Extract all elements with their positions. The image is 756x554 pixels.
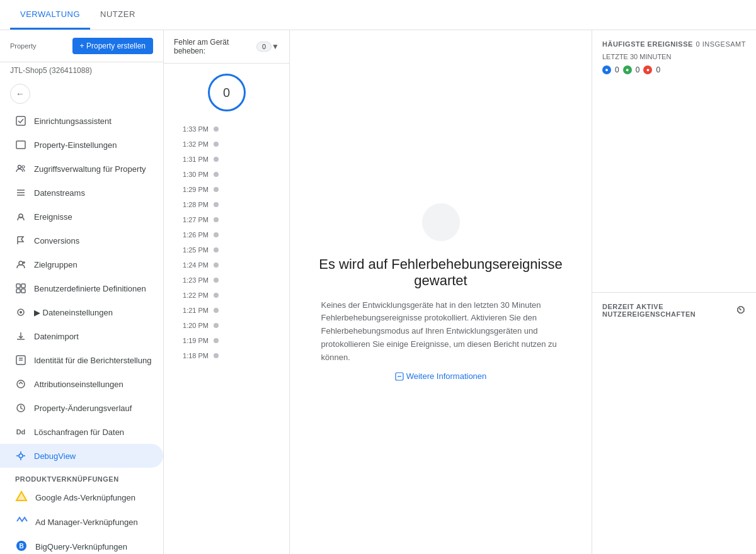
timeline-entry: 1:32 PM [164, 137, 289, 152]
sidebar-item-dateneinstellungen[interactable]: ▶ Dateneinstellungen [0, 300, 163, 324]
svg-point-16 [20, 311, 22, 314]
check-icon [15, 115, 26, 127]
history-icon [15, 402, 26, 414]
bigquery-icon: B [15, 540, 28, 554]
sidebar-item-label: Datenimport [34, 332, 79, 341]
error-count-badge: 0 [256, 42, 272, 52]
svg-rect-12 [21, 284, 25, 288]
sidebar-item-zugriffsverwaltung[interactable]: Zugriffsverwaltung für Property [0, 157, 163, 181]
sidebar-item-loeschanfragen[interactable]: Dd Löschanfragen für Daten [0, 420, 163, 444]
timeline-dot [214, 323, 219, 328]
audiences-icon [15, 259, 26, 270]
sidebar-item-label: Google Ads-Verknüpfungen [35, 493, 135, 502]
sidebar-item-einrichtungsassistent[interactable]: Einrichtungsassistent [0, 109, 163, 133]
sidebar-item-ereignisse[interactable]: Ereignisse [0, 205, 163, 229]
events-total-count: 0 INSGESAMT [696, 40, 746, 48]
sidebar-item-identitaet[interactable]: Identität für die Berichterstellung [0, 348, 163, 372]
sidebar-header: Property + Property erstellen [0, 30, 163, 62]
counter-circle: 0 [208, 74, 246, 111]
blue-count: 0 [615, 65, 619, 74]
timeline-dot [214, 172, 219, 177]
identity-icon [15, 354, 26, 366]
timeline-dot [214, 232, 219, 237]
timeline-entry: 1:23 PM [164, 273, 289, 288]
sidebar-item-datenimport[interactable]: Datenimport [0, 324, 163, 348]
timeline-entry: 1:33 PM [164, 122, 289, 137]
google-ads-icon [15, 490, 28, 505]
debug-more-info-link[interactable]: Weitere Informationen [395, 371, 487, 381]
timeline-entry: 1:25 PM [164, 242, 289, 257]
timeline-dot [214, 353, 219, 358]
back-button[interactable]: ← [10, 84, 30, 104]
timeline-time: 1:20 PM [174, 322, 209, 329]
sidebar-item-ad-manager[interactable]: Ad Manager-Verknüpfungen [0, 510, 163, 534]
top-navigation: VERWALTUNG NUTZER [0, 0, 756, 30]
product-links-section-label: PRODUKTVERKNÜPFUNGEN [0, 468, 163, 485]
timeline-time: 1:18 PM [174, 352, 209, 359]
timeline-time: 1:22 PM [174, 291, 209, 299]
svg-rect-1 [16, 141, 25, 149]
sidebar-item-property-aenderungsverlauf[interactable]: Property-Änderungsverlauf [0, 396, 163, 420]
sidebar-item-conversions[interactable]: Conversions [0, 229, 163, 252]
sidebar-item-zielgruppen[interactable]: Zielgruppen [0, 252, 163, 276]
sidebar-item-label: Conversions [34, 236, 79, 246]
timeline-time: 1:27 PM [174, 216, 209, 223]
timeline-time: 1:33 PM [174, 125, 209, 133]
timeline-dot [214, 202, 219, 207]
main-layout: Property + Property erstellen JTL-Shop5 … [0, 30, 756, 554]
sidebar-item-property-einstellungen[interactable]: Property-Einstellungen [0, 133, 163, 157]
user-properties-title: DERZEIT AKTIVE NUTZEREIGENSCHAFTEN ⏲ [602, 303, 746, 318]
timeline-time: 1:19 PM [174, 337, 209, 344]
sidebar-item-label: Property-Einstellungen [34, 140, 117, 150]
timeline-dot [214, 293, 219, 298]
timeline-dropdown[interactable]: ▼ [272, 42, 279, 51]
sidebar-item-label: Identität für die Berichterstellung [34, 356, 151, 365]
sidebar: Property + Property erstellen JTL-Shop5 … [0, 30, 164, 554]
create-property-button[interactable]: + Property erstellen [72, 38, 153, 54]
sidebar-item-label: Ereignisse [34, 212, 72, 222]
status-row: ● 0 ● 0 ● 0 [602, 65, 746, 74]
user-properties-section: DERZEIT AKTIVE NUTZEREIGENSCHAFTEN ⏲ [592, 293, 756, 555]
timeline-entry: 1:27 PM [164, 212, 289, 227]
timeline-entry: 1:31 PM [164, 152, 289, 167]
events-icon [15, 211, 26, 222]
events-section-sub: LETZTE 30 MINUTEN [602, 53, 746, 60]
timeline-entry: 1:26 PM [164, 227, 289, 242]
users-icon [15, 163, 26, 174]
timeline-time: 1:25 PM [174, 246, 209, 254]
sidebar-back-row: ← [0, 79, 163, 109]
timeline-entry: 1:30 PM [164, 167, 289, 182]
debug-icon [15, 450, 26, 461]
blue-status-dot: ● [602, 65, 611, 74]
user-properties-history-icon[interactable]: ⏲ [736, 305, 747, 316]
timeline-time: 1:23 PM [174, 276, 209, 284]
sidebar-item-label: Einrichtungsassistent [34, 116, 112, 126]
svg-marker-28 [16, 492, 26, 500]
sidebar-item-bigquery[interactable]: B BigQuery-Verknüpfungen [0, 534, 163, 554]
svg-point-22 [19, 454, 23, 458]
sidebar-item-benutzerdefinierte-definitionen[interactable]: Benutzerdefinierte Definitionen [0, 276, 163, 300]
account-name: JTL-Shop5 (326411088) [0, 62, 163, 79]
sidebar-item-debugview[interactable]: DebugView [0, 444, 163, 468]
sidebar-item-attributionseinstellungen[interactable]: Attributionseinstellungen [0, 372, 163, 396]
tab-verwaltung[interactable]: VERWALTUNG [10, 1, 90, 30]
tab-nutzer[interactable]: NUTZER [90, 1, 146, 30]
green-status-dot: ● [623, 65, 632, 74]
timeline-time: 1:32 PM [174, 140, 209, 148]
svg-point-2 [18, 166, 21, 169]
flag-icon [15, 235, 26, 246]
sidebar-item-google-ads[interactable]: Google Ads-Verknüpfungen [0, 485, 163, 510]
attribution-icon [15, 378, 26, 390]
sidebar-item-datenstreams[interactable]: Datenstreams [0, 181, 163, 205]
timeline-entry: 1:24 PM [164, 257, 289, 273]
debug-avatar [422, 203, 460, 241]
sidebar-item-label: Zugriffsverwaltung für Property [34, 164, 146, 174]
timeline-dot [214, 308, 219, 313]
timeline-dot [214, 278, 219, 283]
sidebar-item-label: Ad Manager-Verknüpfungen [35, 517, 138, 527]
svg-point-20 [17, 380, 25, 388]
data-settings-icon [15, 307, 26, 318]
sidebar-item-label: BigQuery-Verknüpfungen [35, 542, 127, 551]
timeline-entry: 1:20 PM [164, 318, 289, 333]
events-section-title: HÄUFIGSTE EREIGNISSE 0 INSGESAMT [602, 40, 746, 48]
